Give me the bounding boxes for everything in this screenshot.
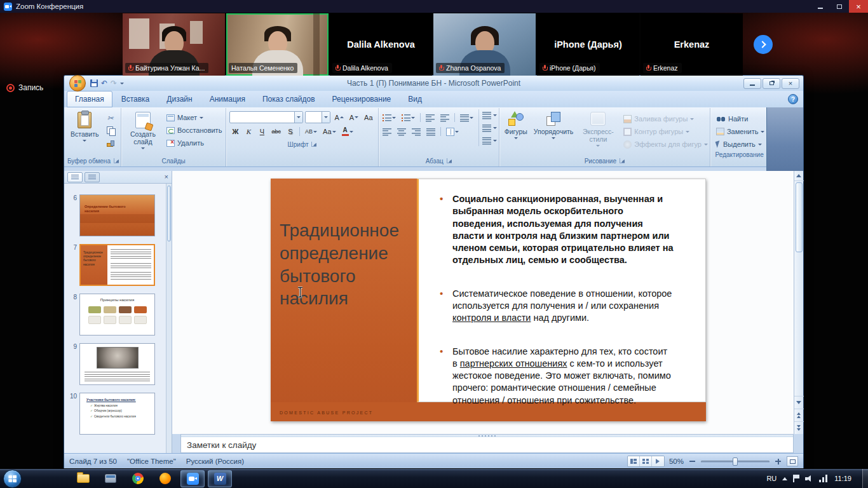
tab-design[interactable]: Дизайн [158, 91, 200, 107]
thumbnail-slide-9[interactable]: 9 [67, 343, 163, 385]
align-center-button[interactable] [395, 126, 408, 137]
align-right-button[interactable] [410, 126, 423, 137]
find-button[interactable]: Найти [714, 113, 766, 125]
dialog-launcher-icon[interactable] [447, 158, 452, 163]
bullets-button[interactable] [381, 112, 398, 123]
notes-placeholder[interactable]: Заметки к слайду [180, 437, 794, 453]
close-button[interactable]: × [849, 0, 868, 13]
recording-indicator[interactable]: Запись [6, 83, 43, 92]
taskbar-app-window[interactable] [98, 470, 123, 487]
clock[interactable]: 11:19 [834, 475, 851, 482]
zoom-level[interactable]: 50% [669, 458, 684, 465]
maximize-button[interactable] [830, 0, 849, 13]
taskbar-explorer[interactable] [71, 470, 95, 487]
shapes-button[interactable]: Фигуры [501, 109, 531, 140]
tab-view[interactable]: Вид [400, 91, 430, 107]
redo-icon[interactable]: ↷ [111, 79, 117, 87]
reset-button[interactable]: Восстановить [165, 125, 224, 136]
italic-button[interactable]: К [243, 126, 254, 137]
dialog-launcher-icon[interactable] [311, 142, 316, 147]
save-icon[interactable] [90, 79, 98, 87]
change-case-button[interactable]: Аа [321, 126, 338, 137]
notes-area[interactable]: Заметки к слайду [180, 434, 794, 453]
tab-slides-thumbnails[interactable] [67, 172, 83, 182]
start-button[interactable] [3, 470, 22, 488]
font-size-select[interactable] [305, 111, 330, 123]
scrollbar-track[interactable] [794, 181, 804, 396]
help-icon[interactable] [788, 94, 798, 104]
volume-icon[interactable] [805, 475, 813, 482]
arrange-button[interactable]: Упорядочить [531, 109, 576, 140]
dialog-launcher-icon[interactable] [114, 158, 119, 163]
language-indicator[interactable]: Русский (Россия) [186, 458, 244, 465]
taskbar-firefox[interactable] [153, 470, 177, 487]
font-name-select[interactable] [229, 111, 303, 123]
text-direction-button[interactable] [482, 109, 497, 121]
scroll-down-icon[interactable] [794, 396, 804, 409]
shape-fill-button[interactable]: Заливка фигуры [623, 113, 708, 125]
hidden-icons-icon[interactable] [782, 477, 787, 480]
normal-view-button[interactable] [628, 456, 640, 466]
restore-button[interactable] [763, 78, 780, 89]
font-color-button[interactable]: А [340, 126, 355, 137]
participant-tile[interactable]: Dalila Alkenova Dalila Alkenova [330, 13, 432, 76]
bold-button[interactable]: Ж [229, 126, 241, 137]
undo-icon[interactable]: ↶ [101, 79, 107, 87]
align-left-button[interactable] [381, 126, 393, 137]
format-painter-button[interactable] [104, 137, 117, 149]
delete-slide-button[interactable]: Удалить [165, 137, 224, 149]
increase-indent-button[interactable] [438, 112, 451, 123]
slide-content-placeholder[interactable]: Социально санкционированная, выученная и… [417, 179, 706, 402]
next-slide-button[interactable] [794, 421, 804, 434]
paste-button[interactable]: Вставить [67, 109, 102, 143]
scrollbar-thumb[interactable] [796, 182, 803, 252]
participant-tile[interactable]: Erkenaz Erkenaz [641, 13, 743, 76]
next-participants-button[interactable] [754, 35, 773, 54]
thumbnail-slide-6[interactable]: 6 Определение бытового насилия [67, 194, 163, 236]
zoom-slider-thumb[interactable] [733, 458, 738, 466]
copy-button[interactable] [104, 125, 117, 136]
editor-scrollbar[interactable] [794, 171, 803, 434]
slide-sorter-button[interactable] [640, 456, 652, 466]
taskbar-zoom-active[interactable] [180, 470, 205, 487]
replace-button[interactable]: Заменить [714, 126, 766, 137]
slide-canvas[interactable]: Социально санкционированная, выученная и… [271, 179, 706, 421]
clear-formatting-button[interactable]: Аа [362, 112, 375, 123]
strikethrough-button[interactable]: abc [269, 126, 283, 137]
tab-home[interactable]: Главная [67, 91, 112, 107]
scrollbar-thumb[interactable] [167, 186, 171, 241]
close-panel-icon[interactable]: × [165, 173, 168, 180]
zoom-in-button[interactable] [774, 458, 782, 466]
participant-tile[interactable]: Байтурина Улжан Ка... [123, 13, 225, 76]
tab-review[interactable]: Рецензирование [324, 91, 400, 107]
participant-tile-active-speaker[interactable]: Наталья Семененко [226, 13, 329, 76]
close-button[interactable]: × [782, 78, 799, 89]
qat-dropdown-icon[interactable] [120, 83, 124, 85]
character-spacing-button[interactable]: АВ [303, 126, 319, 137]
numbering-button[interactable] [400, 112, 417, 123]
minimize-button[interactable] [743, 78, 761, 89]
grow-font-button[interactable]: А [332, 112, 345, 123]
scroll-up-icon[interactable] [794, 171, 804, 181]
dialog-launcher-icon[interactable] [620, 158, 625, 163]
shape-outline-button[interactable]: Контур фигуры [623, 126, 708, 137]
align-text-button[interactable] [482, 122, 497, 133]
text-shadow-button[interactable]: S [285, 126, 296, 137]
network-icon[interactable] [819, 475, 827, 482]
fit-to-window-button[interactable] [787, 456, 798, 466]
thumbnail-slide-8[interactable]: 8 Принципы насилия [67, 294, 163, 336]
participant-tile[interactable]: Zhanna Ospanova [433, 13, 536, 76]
thumbnail-slide-7-selected[interactable]: 7 Традиционное определение бытового наси… [67, 244, 163, 286]
tab-insert[interactable]: Вставка [113, 91, 158, 107]
columns-button[interactable] [444, 126, 461, 137]
shrink-font-button[interactable]: А [348, 112, 360, 123]
minimize-button[interactable] [811, 0, 830, 13]
language-switcher[interactable]: RU [766, 475, 776, 482]
justify-button[interactable] [424, 126, 437, 137]
taskbar-word-active[interactable]: W [208, 470, 232, 487]
underline-button[interactable]: Ч [256, 126, 268, 137]
new-slide-button[interactable]: Создать слайд [123, 109, 163, 151]
select-button[interactable]: Выделить [714, 139, 766, 150]
tab-outline[interactable] [85, 172, 100, 182]
show-desktop-button[interactable] [862, 469, 868, 488]
